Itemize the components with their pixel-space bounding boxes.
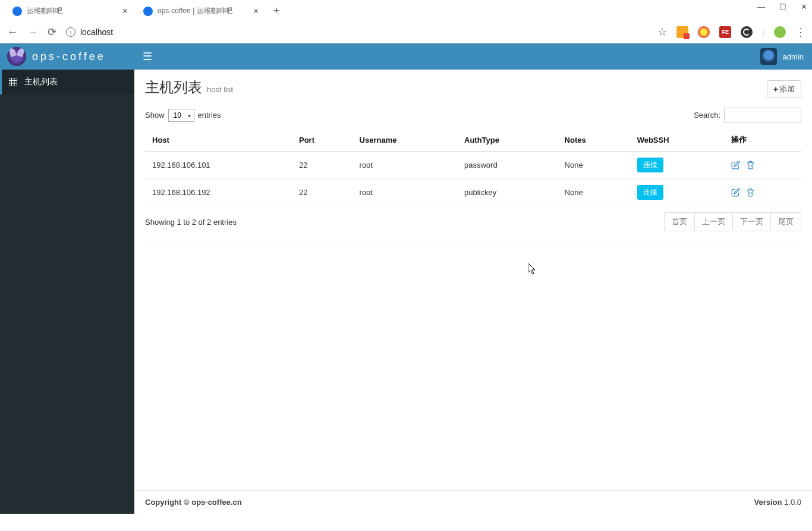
col-authtype[interactable]: AuthType [457,128,558,152]
tab-favicon-icon [143,7,153,16]
app-footer: Copyright © ops-coffee.cn Version 1.0.0 [134,490,812,514]
window-controls: — ☐ ✕ [757,0,812,15]
maximize-icon[interactable]: ☐ [779,2,786,11]
col-port[interactable]: Port [292,128,353,152]
cell-host: 192.168.106.192 [145,179,292,206]
cell-username: root [353,179,457,206]
minimize-icon[interactable]: — [757,2,765,11]
pagination: 首页 上一页 下一页 尾页 [665,212,801,231]
sidebar: 主机列表 [0,70,134,514]
hosts-table: Host Port Username AuthType Notes WebSSH… [145,128,801,206]
tab-close-icon[interactable]: × [122,7,128,16]
tab-close-icon[interactable]: × [253,7,259,16]
table-controls: Show 10 entries Search: [145,108,801,122]
show-entries: Show 10 entries [145,109,221,122]
edit-icon[interactable] [731,188,740,197]
reload-icon[interactable]: ⟳ [48,26,56,39]
page-subtitle: host list [207,85,233,94]
brand-text: ops-coffee [32,51,106,63]
forward-icon[interactable]: → [27,26,38,39]
profile-icon[interactable] [774,26,786,38]
page-title: 主机列表 [145,78,202,97]
cell-host: 192.168.106.101 [145,152,292,179]
browser-menu-icon[interactable]: ⋮ [795,26,805,39]
page-header: 主机列表 host list + 添加 [145,74,801,108]
search-area: Search: [694,108,801,122]
entries-select[interactable]: 10 [168,109,194,122]
extension-icon[interactable] [698,26,710,38]
user-name: admin [783,52,804,61]
browser-chrome: 运维咖啡吧 × ops-coffee | 运维咖啡吧 × + — ☐ ✕ ← →… [0,0,812,43]
bookmark-star-icon[interactable]: ☆ [657,26,667,39]
user-avatar-icon [760,48,777,65]
entries-label: entries [198,111,221,120]
sidebar-item-label: 主机列表 [24,77,58,87]
app-header: ops-coffee ☰ admin [0,43,812,70]
sidebar-item-hosts[interactable]: 主机列表 [0,70,134,95]
close-window-icon[interactable]: ✕ [801,2,807,11]
cell-port: 22 [292,152,353,179]
extension-icon[interactable]: FE [719,26,731,38]
page-prev-button[interactable]: 上一页 [694,212,733,231]
trash-icon[interactable] [746,188,755,197]
hamburger-icon[interactable]: ☰ [143,50,152,63]
col-username[interactable]: Username [353,128,457,152]
extension-icon[interactable]: ! [676,26,688,38]
back-icon[interactable]: ← [7,26,18,39]
content-inner: 主机列表 host list + 添加 Show 10 [134,70,812,490]
cell-username: root [353,152,457,179]
search-label: Search: [694,111,720,120]
address-bar[interactable]: i localhost [66,27,648,37]
table-footer: Showing 1 to 2 of 2 entries 首页 上一页 下一页 尾… [145,212,801,231]
add-button-label: 添加 [779,84,795,95]
search-input[interactable] [724,108,801,122]
tab-favicon-icon [12,7,22,16]
cell-notes: None [558,179,630,206]
extension-icon[interactable] [741,26,753,38]
col-actions[interactable]: 操作 [724,128,801,152]
page-first-button[interactable]: 首页 [664,212,695,231]
cell-port: 22 [292,179,353,206]
copyright: Copyright © ops-coffee.cn [145,498,242,507]
edit-icon[interactable] [731,161,740,169]
user-menu[interactable]: admin [760,48,804,65]
table-info: Showing 1 to 2 of 2 entries [145,218,237,227]
app-root: ops-coffee ☰ admin 主机列表 主机列表 hos [0,43,812,514]
url-text: localhost [80,27,113,37]
table-row: 192.168.106.192 22 root publickey None 连… [145,179,801,206]
browser-tab-2[interactable]: ops-coffee | 运维咖啡吧 × [136,2,266,20]
app-body: 主机列表 主机列表 host list + 添加 Show [0,70,812,514]
table-header-row: Host Port Username AuthType Notes WebSSH… [145,128,801,152]
show-label: Show [145,111,165,120]
col-webssh[interactable]: WebSSH [630,128,724,152]
tab-title: 运维咖啡吧 [27,6,62,16]
version: Version 1.0.0 [754,498,801,507]
cell-authtype: publickey [457,179,558,206]
browser-tab-1[interactable]: 运维咖啡吧 × [5,2,136,20]
page-next-button[interactable]: 下一页 [732,212,771,231]
svg-rect-0 [9,78,17,86]
cell-authtype: password [457,152,558,179]
logo-area[interactable]: ops-coffee [0,43,134,70]
col-host[interactable]: Host [145,128,292,152]
content: 主机列表 host list + 添加 Show 10 [134,70,812,514]
trash-icon[interactable] [746,161,755,169]
connect-button[interactable]: 连接 [637,158,663,172]
browser-toolbar: ← → ⟳ i localhost ☆ ! FE | ⋮ [0,21,812,43]
toolbar-right: ☆ ! FE | ⋮ [657,26,805,39]
header-bar: ☰ admin [134,48,812,65]
plus-icon: + [773,84,778,94]
page-last-button[interactable]: 尾页 [770,212,801,231]
cell-notes: None [558,152,630,179]
table-icon [9,78,17,86]
add-button[interactable]: + 添加 [767,80,801,98]
logo-icon [7,47,26,66]
table-row: 192.168.106.101 22 root password None 连接 [145,152,801,179]
new-tab-button[interactable]: + [266,5,287,17]
site-info-icon[interactable]: i [66,27,75,37]
divider [145,241,801,241]
browser-tab-bar: 运维咖啡吧 × ops-coffee | 运维咖啡吧 × + — ☐ ✕ [0,0,812,21]
col-notes[interactable]: Notes [558,128,630,152]
tab-title: ops-coffee | 运维咖啡吧 [158,6,232,16]
connect-button[interactable]: 连接 [637,185,663,200]
